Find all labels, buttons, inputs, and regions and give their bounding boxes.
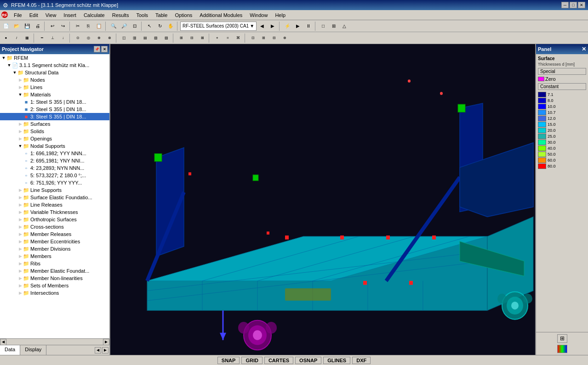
scroll-left-btn[interactable]: ◀ [0,339,6,345]
node-btn[interactable]: ● [1,33,11,43]
tree-material-3[interactable]: ■ 3: Steel S 355 | DIN 18... [0,113,109,120]
tab-display[interactable]: Display [20,345,46,355]
m1-btn[interactable]: ◫ [119,33,129,43]
scroll-right-btn[interactable]: ▶ [103,339,109,345]
save-btn[interactable]: 💾 [22,21,32,31]
n2-btn[interactable]: ⊟ [187,33,197,43]
cut-btn[interactable]: ✂ [73,21,83,31]
tree-openings[interactable]: ▶ 📁 Openings [0,135,109,142]
tree-nodal-2[interactable]: ▫ 2: 695,1981; YNY NNI... [0,157,109,164]
panel-constant-box[interactable]: Constant [538,83,586,90]
tree-members[interactable]: ▶ 📁 Members [0,253,109,260]
view3-btn[interactable]: △ [339,21,349,31]
p4-btn[interactable]: ⊕ [280,33,290,43]
m3-btn[interactable]: ▤ [140,33,150,43]
tree-nodal-5[interactable]: ▫ 5: 573,3227; Z 180.0 °;... [0,172,109,179]
calc2-btn[interactable]: ▶ [293,21,303,31]
tree-material-2[interactable]: ■ 2: Steel S 355 | DIN 18... [0,106,109,113]
load-btn[interactable]: ↓ [58,33,68,43]
module-dropdown[interactable]: RF-STEEL Surfaces (2003) CA1 ▼ [180,22,257,31]
panel-table-btn[interactable]: ⊞ [557,334,567,343]
open-btn[interactable]: 📂 [11,21,22,31]
tree-nodal-4[interactable]: ▫ 4: 23,2893; NYN NNN... [0,164,109,172]
tree-root-rfem[interactable]: ▼ 📁 RFEM [0,54,109,62]
calc3-btn[interactable]: ⏸ [303,21,314,31]
minimize-button[interactable]: ─ [561,2,569,8]
next-btn[interactable]: ▶ [268,21,278,31]
menu-results[interactable]: Results [108,11,133,19]
tree-solids[interactable]: ▶ 📁 Solids [0,128,109,135]
copy-btn[interactable]: ⎘ [83,21,93,31]
tree-material-1[interactable]: ■ 1: Steel S 355 | DIN 18... [0,98,109,106]
tree-nodal-supports[interactable]: ▼ 📁 Nodal Supports [0,142,109,150]
surface-btn[interactable]: ▦ [22,33,32,43]
panel-close-btn[interactable]: ✕ [582,46,586,52]
new-btn[interactable]: 📄 [1,21,11,31]
tree-line-supports[interactable]: ▶ 📁 Line Supports [0,186,109,194]
g2-btn[interactable]: ⌗ [223,33,233,43]
menu-file[interactable]: File [10,11,26,19]
dxf-btn[interactable]: DXF [352,357,371,364]
tree-nodal-1[interactable]: ▫ 1: 696,1982; YYY NNN... [0,150,109,157]
tree-member-divisions[interactable]: ▶ 📁 Member Divisions [0,245,109,253]
nav-next-btn[interactable]: ▶ [102,347,108,354]
nav-pin-btn[interactable]: 📌 [94,46,100,52]
zoom-all-btn[interactable]: ⊡ [130,21,140,31]
tree-cross-sections[interactable]: ▶ 📁 Cross-sections [0,223,109,230]
tree-materials[interactable]: ▼ 📁 Materials [0,91,109,98]
tree-member-elastic[interactable]: ▶ 📁 Member Elastic Foundat... [0,267,109,275]
line-btn[interactable]: / [11,33,22,43]
prev-btn[interactable]: ◀ [257,21,267,31]
panel-special-box[interactable]: Special [538,68,586,75]
p1-btn[interactable]: ⊡ [248,33,258,43]
redo-btn[interactable]: ↪ [58,21,68,31]
zoom-out-btn[interactable]: 🔎 [119,21,129,31]
tree-member-releases[interactable]: ▶ 📁 Member Releases [0,230,109,238]
tree-nodes[interactable]: ▶ 📁 Nodes [0,76,109,84]
horizontal-scrollbar[interactable]: ◀ ▶ [0,338,109,345]
select-btn[interactable]: ↖ [144,21,154,31]
m2-btn[interactable]: ▥ [130,33,140,43]
menu-options[interactable]: Options [171,11,196,19]
tab-data[interactable]: Data [0,345,20,355]
paste-btn[interactable]: 📋 [94,21,104,31]
support-btn[interactable]: ⊥ [47,33,57,43]
menu-insert[interactable]: Insert [60,11,80,19]
tree-project[interactable]: ▼ 📄 3.1.1 Segment schütz mit Kla... [0,62,109,69]
calc1-btn[interactable]: ⚡ [282,21,292,31]
rotate-btn[interactable]: ↻ [155,21,165,31]
view1-btn[interactable]: □ [318,21,328,31]
n1-btn[interactable]: ⊞ [176,33,186,43]
zoom-in-btn[interactable]: 🔍 [108,21,119,31]
tree-nodal-6[interactable]: ▫ 6: 751,926; YYY YYY... [0,179,109,186]
menu-edit[interactable]: Edit [26,11,42,19]
nav-close-btn[interactable]: ✕ [101,46,108,52]
g3-btn[interactable]: ⌘ [233,33,243,43]
tree-ribs[interactable]: ▶ 📁 Ribs [0,260,109,267]
r4-btn[interactable]: ⊗ [104,33,114,43]
m4-btn[interactable]: ▧ [151,33,161,43]
cartes-btn[interactable]: CARTES [264,357,293,364]
tree-member-nonlinear[interactable]: ▶ 📁 Member Non-linearities [0,275,109,282]
grid-btn[interactable]: GRID [241,357,263,364]
tree-surfaces[interactable]: ▶ 📁 Surfaces [0,120,109,128]
snap-btn[interactable]: SNAP [217,357,240,364]
tree-member-eccentricities[interactable]: ▶ 📁 Member Eccentricities [0,238,109,245]
menu-view[interactable]: View [42,11,60,19]
close-button[interactable]: ✕ [578,2,585,8]
menu-help[interactable]: Help [271,11,289,19]
g1-btn[interactable]: ⌖ [212,33,222,43]
menu-window[interactable]: Window [246,11,271,19]
tree-variable-thicknesses[interactable]: ▶ 📁 Variable Thicknesses [0,208,109,216]
menu-table[interactable]: Table [152,11,171,19]
tree-surface-elastic[interactable]: ▶ 📁 Surface Elastic Foundatio... [0,194,109,201]
print-btn[interactable]: 🖨 [33,21,43,31]
r1-btn[interactable]: ⊙ [73,33,83,43]
p2-btn[interactable]: ⊞ [258,33,268,43]
viewport[interactable] [110,44,535,355]
tree-line-releases[interactable]: ▶ 📁 Line Releases [0,201,109,208]
osnap-btn[interactable]: OSNAP [295,357,321,364]
m5-btn[interactable]: ▨ [161,33,171,43]
menu-tools[interactable]: Tools [132,11,152,19]
scroll-track[interactable] [6,339,103,345]
